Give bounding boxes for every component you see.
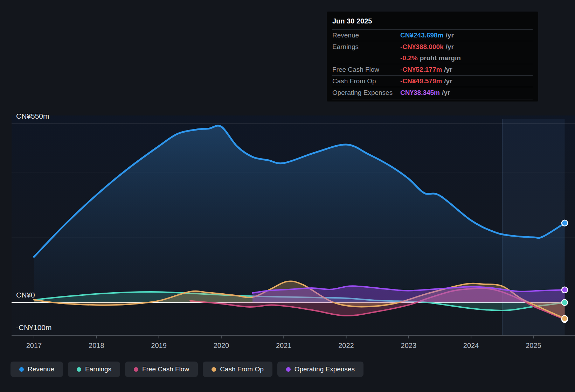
y-axis-label: CN¥550m bbox=[16, 112, 49, 120]
tooltip-row-earnings: Earnings -CN¥388.000k /yr bbox=[332, 41, 533, 52]
x-axis-label-2022: 2022 bbox=[338, 342, 354, 349]
chart-legend: Revenue Earnings Free Cash Flow Cash Fro… bbox=[11, 362, 363, 377]
x-axis-label-2023: 2023 bbox=[401, 342, 417, 349]
x-axis-label-2021: 2021 bbox=[276, 342, 292, 349]
x-axis-label-2025: 2025 bbox=[526, 342, 541, 349]
profit-margin-text: profit margin bbox=[420, 54, 461, 62]
row-label: Cash From Op bbox=[332, 77, 400, 85]
row-label: Operating Expenses bbox=[332, 89, 400, 97]
row-value: -CN¥49.579m bbox=[400, 77, 442, 85]
chart-tooltip: Jun 30 2025 Revenue CN¥243.698m /yr Earn… bbox=[327, 12, 538, 102]
end-dot-revenue[interactable] bbox=[562, 220, 568, 226]
row-suffix: /yr bbox=[444, 77, 452, 85]
profit-margin-value: -0.2% bbox=[400, 54, 418, 62]
row-suffix: /yr bbox=[444, 66, 452, 74]
x-axis-label-2024: 2024 bbox=[463, 342, 479, 349]
row-suffix: /yr bbox=[442, 89, 450, 97]
operating-expenses-dot-icon bbox=[286, 367, 291, 372]
tooltip-date: Jun 30 2025 bbox=[332, 15, 533, 29]
legend-item-revenue[interactable]: Revenue bbox=[11, 362, 63, 377]
stock-financials-chart-page: 201720182019202020212022202320242025CN¥5… bbox=[0, 0, 575, 392]
legend-item-cash-from-op[interactable]: Cash From Op bbox=[203, 362, 272, 377]
row-value: CN¥38.345m bbox=[400, 89, 440, 97]
row-suffix: /yr bbox=[446, 43, 454, 51]
legend-label: Revenue bbox=[28, 366, 54, 373]
legend-item-operating-expenses[interactable]: Operating Expenses bbox=[277, 362, 363, 377]
end-dot-earnings[interactable] bbox=[562, 300, 568, 306]
x-axis-label-2020: 2020 bbox=[214, 342, 229, 349]
cash-from-op-dot-icon bbox=[212, 367, 216, 372]
legend-label: Cash From Op bbox=[220, 366, 264, 373]
row-label: Revenue bbox=[332, 31, 400, 39]
tooltip-row-free-cash-flow: Free Cash Flow -CN¥52.177m /yr bbox=[332, 64, 533, 75]
row-value: CN¥243.698m bbox=[400, 31, 444, 39]
x-axis-label-2017: 2017 bbox=[26, 342, 42, 349]
y-axis-label: CN¥0 bbox=[16, 291, 35, 299]
free-cash-flow-dot-icon bbox=[134, 367, 138, 372]
row-value: -CN¥388.000k bbox=[400, 43, 444, 51]
legend-label: Earnings bbox=[85, 366, 111, 373]
revenue-dot-icon bbox=[19, 367, 24, 372]
tooltip-row-cash-from-op: Cash From Op -CN¥49.579m /yr bbox=[332, 75, 533, 87]
x-axis-label-2018: 2018 bbox=[89, 342, 104, 349]
y-axis-label: -CN¥100m bbox=[16, 323, 52, 331]
end-dot-cash-from-op[interactable] bbox=[562, 316, 568, 322]
tooltip-row-revenue: Revenue CN¥243.698m /yr bbox=[332, 29, 533, 41]
tooltip-row-profit-margin: -0.2% profit margin bbox=[332, 52, 533, 64]
row-label: Free Cash Flow bbox=[332, 66, 400, 74]
legend-item-free-cash-flow[interactable]: Free Cash Flow bbox=[125, 362, 198, 377]
legend-item-earnings[interactable]: Earnings bbox=[68, 362, 120, 377]
row-label: Earnings bbox=[332, 43, 400, 51]
tooltip-row-operating-expenses: Operating Expenses CN¥38.345m /yr bbox=[332, 87, 533, 99]
legend-label: Operating Expenses bbox=[295, 366, 355, 373]
x-axis-label-2019: 2019 bbox=[151, 342, 167, 349]
earnings-dot-icon bbox=[77, 367, 81, 372]
row-value: -CN¥52.177m bbox=[400, 66, 442, 74]
end-dot-operating-expenses[interactable] bbox=[562, 287, 568, 293]
legend-label: Free Cash Flow bbox=[142, 366, 189, 373]
row-suffix: /yr bbox=[446, 31, 454, 39]
